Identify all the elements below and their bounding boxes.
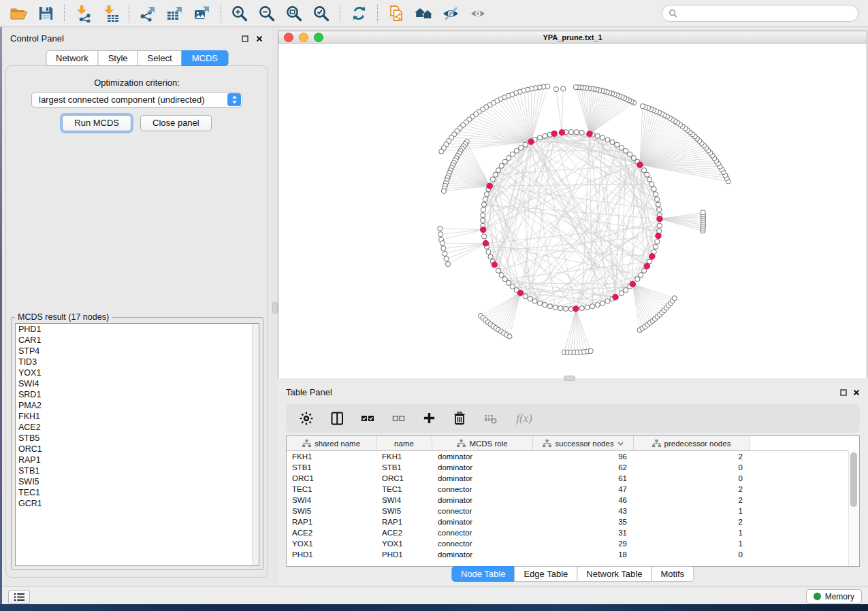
task-history-button[interactable]: [8, 590, 30, 604]
zoom-selected-button[interactable]: [308, 3, 334, 24]
mcds-result-item[interactable]: SRD1: [16, 389, 259, 400]
search-input[interactable]: [681, 8, 858, 19]
open-file-button[interactable]: [5, 3, 31, 24]
table-row[interactable]: ORC1ORC1dominator610: [287, 473, 859, 484]
deselect-all-rows-button[interactable]: [390, 410, 406, 427]
tab-motifs[interactable]: Motifs: [651, 566, 694, 582]
float-table-panel-button[interactable]: [839, 388, 848, 397]
select-stepper-icon: [227, 93, 241, 106]
table-row[interactable]: SWI5SWI5connector431: [287, 506, 859, 516]
mcds-result-groupbox: MCDS result (17 nodes) PHD1CAR1STP4TID3Y…: [11, 317, 263, 570]
cell-mcds_role: connector: [432, 507, 533, 515]
network-canvas[interactable]: [278, 44, 867, 378]
mcds-result-item[interactable]: TID3: [16, 357, 259, 367]
column-header-mcds_role[interactable]: MCDS role: [432, 436, 533, 450]
mcds-result-item[interactable]: YOX1: [16, 367, 259, 378]
zoom-in-button[interactable]: [227, 3, 253, 24]
export-network-button[interactable]: [135, 3, 161, 24]
column-header-name[interactable]: name: [376, 436, 432, 450]
optimization-criterion-select[interactable]: largest connected component (undirected): [31, 92, 242, 108]
table-row[interactable]: STB1STB1dominator620: [287, 462, 859, 473]
import-table-from-file-button[interactable]: [97, 3, 123, 24]
column-label: name: [394, 440, 414, 448]
tab-network[interactable]: Network: [46, 50, 99, 66]
float-panel-button[interactable]: [240, 34, 249, 43]
memory-button[interactable]: Memory: [806, 589, 862, 604]
select-all-rows-button[interactable]: [359, 410, 376, 427]
refresh-icon: [351, 5, 368, 22]
show-all-button[interactable]: [465, 3, 491, 24]
table-body: FKH1FKH1dominator962STB1STB1dominator620…: [287, 451, 859, 560]
cell-predecessor_nodes: 2: [634, 518, 750, 526]
network-frame-titlebar[interactable]: YPA_prune.txt_1: [278, 31, 867, 44]
mcds-result-item[interactable]: ACE2: [16, 422, 259, 433]
create-new-column-button[interactable]: [421, 410, 437, 427]
save-session-button[interactable]: [33, 3, 59, 24]
table-scrollbar[interactable]: [848, 450, 859, 566]
mcds-result-item[interactable]: ORC1: [16, 444, 259, 455]
mcds-result-item[interactable]: CAR1: [16, 335, 259, 346]
column-header-shared_name[interactable]: shared name: [287, 436, 376, 450]
run-mcds-button[interactable]: Run MCDS: [62, 115, 131, 131]
zoom-out-button[interactable]: [254, 3, 280, 24]
tab-edge-table[interactable]: Edge Table: [514, 566, 577, 582]
table-row[interactable]: RAP1RAP1dominator352: [287, 516, 859, 527]
table-row[interactable]: ACE2ACE2connector311: [287, 527, 859, 538]
hide-selected-button[interactable]: [438, 3, 464, 24]
search-box[interactable]: [662, 5, 858, 22]
mcds-result-item[interactable]: TEC1: [16, 487, 259, 498]
close-mcds-panel-button[interactable]: Close panel: [140, 115, 212, 131]
table-row[interactable]: SWI4SWI4dominator462: [287, 495, 859, 506]
import-network-from-file-button[interactable]: [70, 3, 96, 24]
zoom-fit-content-button[interactable]: [281, 3, 307, 24]
export-image-button[interactable]: [189, 3, 215, 24]
close-panel-button[interactable]: [255, 34, 263, 43]
mcds-result-item[interactable]: FKH1: [16, 411, 259, 422]
duplicate-network-icon: [387, 5, 405, 22]
toolbar-separator: [129, 5, 129, 22]
tab-node-table[interactable]: Node Table: [451, 566, 515, 582]
mcds-result-item[interactable]: RAP1: [16, 455, 259, 465]
close-table-panel-button[interactable]: [852, 388, 861, 397]
mcds-result-item[interactable]: STP4: [16, 346, 259, 357]
mcds-result-item[interactable]: PMA2: [16, 400, 259, 411]
table-row[interactable]: TEC1TEC1connector472: [287, 484, 859, 495]
cell-successor_nodes: 35: [533, 518, 634, 526]
export-table-button[interactable]: [162, 3, 188, 24]
tab-select[interactable]: Select: [138, 50, 182, 66]
cell-shared_name: SWI4: [287, 496, 376, 504]
tab-mcds[interactable]: MCDS: [182, 50, 228, 66]
table-row[interactable]: FKH1FKH1dominator962: [287, 451, 859, 462]
cell-successor_nodes: 29: [533, 540, 634, 548]
horizontal-divider-handle[interactable]: [564, 376, 575, 381]
mcds-result-item[interactable]: SWI4: [16, 378, 259, 389]
mcds-result-item[interactable]: STB1: [16, 465, 259, 476]
cell-successor_nodes: 62: [533, 463, 634, 472]
cell-name: SWI4: [376, 496, 432, 504]
cell-shared_name: TEC1: [287, 485, 376, 493]
cell-predecessor_nodes: 1: [634, 507, 750, 515]
delete-table-icon: [484, 412, 497, 425]
mcds-result-list[interactable]: PHD1CAR1STP4TID3YOX1SWI4SRD1PMA2FKH1ACE2…: [15, 323, 259, 566]
mcds-result-item[interactable]: GCR1: [16, 498, 259, 509]
table-scrollbar-thumb[interactable]: [850, 452, 857, 507]
duplicate-network-button[interactable]: [383, 3, 409, 24]
cell-predecessor_nodes: 2: [634, 496, 750, 504]
tab-network-table[interactable]: Network Table: [577, 566, 652, 582]
mcds-result-item[interactable]: PHD1: [16, 324, 259, 335]
mcds-buttons-row: Run MCDS Close panel: [6, 115, 268, 131]
column-header-successor_nodes[interactable]: successor nodes: [533, 436, 634, 450]
show-first-neighbors-button[interactable]: [411, 3, 436, 24]
mcds-list-scrollbar[interactable]: [252, 324, 259, 565]
mcds-result-item[interactable]: STB5: [16, 433, 259, 444]
table-settings-button[interactable]: [298, 410, 315, 427]
tab-style[interactable]: Style: [98, 50, 138, 66]
refresh-view-button[interactable]: [346, 3, 372, 24]
table-row[interactable]: PHD1PHD1dominator180: [287, 549, 859, 560]
column-header-predecessor_nodes[interactable]: predecessor nodes: [634, 436, 750, 450]
table-row[interactable]: YOX1YOX1connector291: [287, 538, 859, 549]
delete-column-button[interactable]: [451, 410, 468, 427]
vertical-divider-handle[interactable]: [272, 302, 278, 314]
mcds-result-item[interactable]: SWI5: [16, 476, 259, 487]
show-column-chooser-button[interactable]: [329, 410, 345, 427]
